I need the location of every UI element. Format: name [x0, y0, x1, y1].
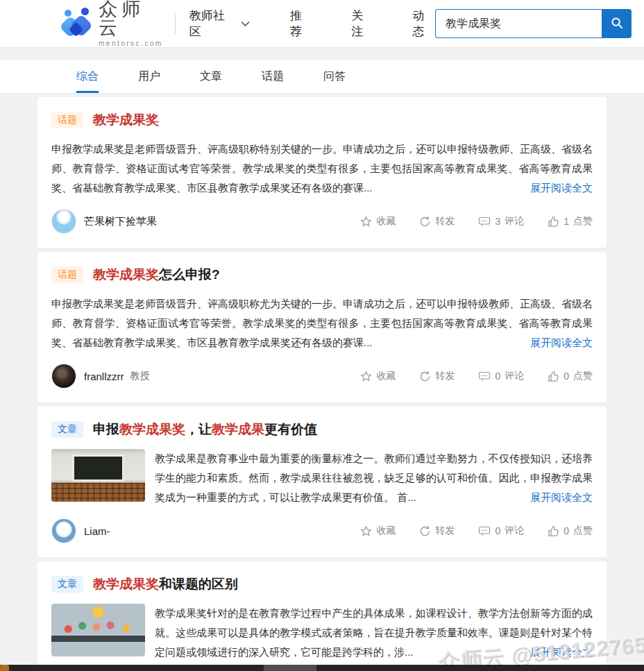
comment-icon [478, 371, 491, 382]
search-box [435, 9, 632, 38]
nav-item[interactable]: 推荐 [290, 8, 312, 40]
site-logo[interactable]: 众师云 mentorsc.com [61, 0, 165, 47]
share-icon [419, 216, 431, 228]
collect-label: 收藏 [376, 215, 396, 228]
brand-logo-icon [61, 8, 92, 40]
author[interactable]: franllzzrr 教授 [51, 364, 150, 389]
share-label: 转发 [435, 215, 455, 228]
result-card: 话题 教学成果奖 申报教学成果奖是老师晋级晋升、评高级职称特别关键的一步。申请成… [37, 97, 607, 248]
tab-话题[interactable]: 话题 [262, 60, 284, 93]
bottom-bar [0, 665, 644, 671]
author[interactable]: 芒果树下捡苹果 [51, 209, 157, 234]
card-excerpt: 申报教学成果奖是老师晋级晋升、评高级职称特别关键的一步。申请成功之后，还可以申报… [51, 139, 593, 198]
star-icon [360, 371, 372, 382]
result-card: 文章 申报教学成果奖，让教学成果更有价值 教学成果是教育事业中最为重要的衡量标准… [37, 407, 607, 557]
collect-label: 收藏 [376, 525, 396, 537]
card-excerpt: 教学成果奖针对的是在教育教学过程中产生的具体成果，如课程设计、教学方法创新等方面… [155, 604, 593, 662]
share-button[interactable]: 转发 [419, 370, 455, 382]
like-button[interactable]: 1 点赞 [548, 215, 593, 228]
card-body: 申报教学成果奖是老师晋级晋升、评高级职称特别关键的一步。申请成功之后，还可以申报… [51, 139, 593, 198]
tab-综合[interactable]: 综合 [76, 60, 99, 93]
card-title[interactable]: 教学成果奖怎么申报? [93, 266, 220, 284]
card-body: 教学成果奖针对的是在教育教学过程中产生的具体成果，如课程设计、教学方法创新等方面… [51, 604, 593, 662]
site-header: 众师云 mentorsc.com 教师社区 推荐关注动态 [0, 0, 644, 48]
tab-用户[interactable]: 用户 [138, 60, 160, 93]
collect-label: 收藏 [376, 370, 396, 382]
comment-button[interactable]: 0 评论 [478, 370, 524, 382]
star-icon [360, 216, 372, 228]
card-head: 话题 教学成果奖怎么申报? [51, 266, 593, 284]
like-count: 0 [564, 525, 569, 536]
card-title[interactable]: 教学成果奖和课题的区别 [93, 575, 238, 593]
result-card: 话题 教学成果奖怎么申报? 申报教学成果奖是老师晋级晋升、评高级职称尤为关键的一… [37, 252, 607, 402]
search-icon [610, 16, 624, 32]
thumbs-up-icon [548, 216, 559, 228]
comment-count: 0 [495, 371, 500, 382]
search-input[interactable] [435, 9, 602, 38]
star-icon [360, 525, 372, 537]
card-foot: Liam- 收藏 转发 0 评论 0 [51, 518, 593, 543]
tab-问答[interactable]: 问答 [323, 60, 346, 93]
share-icon [419, 371, 431, 382]
card-thumbnail[interactable] [51, 604, 145, 656]
author[interactable]: Liam- [51, 518, 110, 543]
card-excerpt: 教学成果是教育事业中最为重要的衡量标准之一。教师们通过辛勤努力，不仅传授知识，还… [155, 449, 593, 507]
chevron-down-icon [241, 21, 250, 27]
tab-文章[interactable]: 文章 [200, 60, 222, 93]
thumbs-up-icon [548, 371, 559, 382]
comment-icon [478, 525, 491, 537]
author-role: 教授 [130, 370, 150, 382]
share-label: 转发 [435, 525, 455, 537]
search-results-feed: 话题 教学成果奖 申报教学成果奖是老师晋级晋升、评高级职称特别关键的一步。申请成… [37, 97, 607, 671]
comment-button[interactable]: 3 评论 [478, 215, 524, 228]
read-more-link[interactable]: 展开阅读全文 [523, 488, 593, 507]
share-button[interactable]: 转发 [419, 525, 455, 537]
like-count: 0 [564, 371, 569, 382]
read-more-link[interactable]: 展开阅读全文 [523, 178, 593, 198]
card-type-badge[interactable]: 话题 [51, 112, 83, 128]
read-more-link[interactable]: 展开阅读全文 [523, 643, 593, 662]
author-name[interactable]: Liam- [84, 525, 110, 537]
share-icon [419, 525, 431, 537]
avatar[interactable] [51, 518, 76, 543]
share-label: 转发 [435, 370, 455, 382]
brand-domain: mentorsc.com [99, 40, 165, 47]
like-button[interactable]: 0 点赞 [548, 525, 593, 537]
card-title[interactable]: 申报教学成果奖，让教学成果更有价值 [93, 421, 317, 439]
card-body: 教学成果是教育事业中最为重要的衡量标准之一。教师们通过辛勤努力，不仅传授知识，还… [51, 449, 593, 507]
card-thumbnail[interactable] [51, 449, 145, 502]
comment-count: 3 [495, 216, 500, 227]
collect-button[interactable]: 收藏 [360, 525, 396, 537]
comment-count: 0 [495, 525, 500, 536]
card-actions: 收藏 转发 0 评论 0 点赞 [360, 370, 593, 382]
author-name[interactable]: 芒果树下捡苹果 [84, 215, 157, 228]
search-button[interactable] [602, 9, 632, 38]
card-foot: 芒果树下捡苹果 收藏 转发 3 评论 1 [51, 209, 593, 234]
card-type-badge[interactable]: 文章 [51, 576, 83, 593]
card-title[interactable]: 教学成果奖 [93, 111, 159, 129]
community-dropdown[interactable]: 教师社区 [189, 8, 250, 40]
comment-button[interactable]: 0 评论 [478, 525, 524, 537]
avatar[interactable] [51, 209, 76, 234]
thumbs-up-icon [548, 525, 559, 537]
card-type-badge[interactable]: 文章 [51, 421, 83, 438]
nav-item[interactable]: 关注 [351, 8, 373, 40]
card-type-badge[interactable]: 话题 [51, 266, 83, 283]
brand-name: 众师云 [99, 0, 165, 37]
like-label: 点赞 [573, 215, 593, 228]
nav-item[interactable]: 动态 [413, 8, 435, 40]
like-button[interactable]: 0 点赞 [548, 370, 593, 382]
collect-button[interactable]: 收藏 [360, 215, 396, 228]
card-foot: franllzzrr 教授 收藏 转发 0 评论 [51, 364, 593, 389]
author-name[interactable]: franllzzrr [84, 371, 124, 382]
bottom-bar-segment [264, 665, 316, 671]
share-button[interactable]: 转发 [419, 215, 455, 228]
card-actions: 收藏 转发 3 评论 1 点赞 [360, 215, 593, 228]
collect-button[interactable]: 收藏 [360, 370, 396, 382]
card-head: 文章 申报教学成果奖，让教学成果更有价值 [51, 421, 593, 439]
like-label: 点赞 [573, 525, 593, 537]
comment-label: 评论 [505, 215, 524, 228]
read-more-link[interactable]: 展开阅读全文 [523, 333, 593, 353]
avatar[interactable] [51, 364, 76, 389]
comment-label: 评论 [505, 370, 524, 382]
